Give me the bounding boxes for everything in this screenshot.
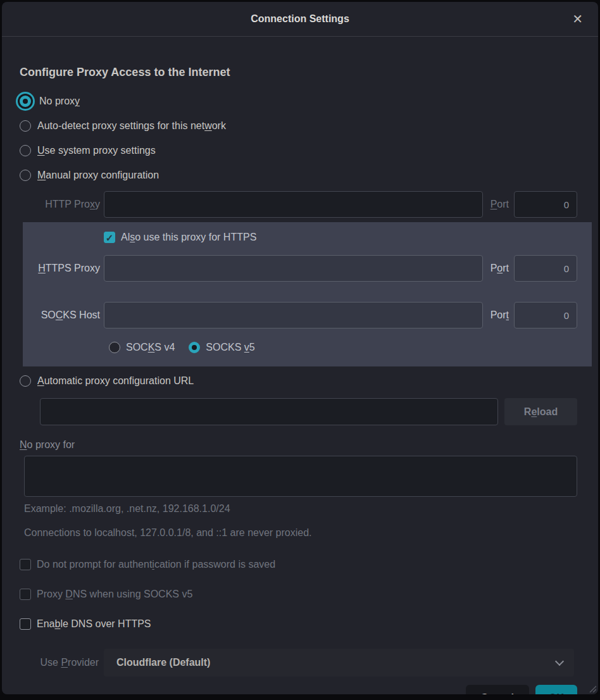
- checkbox-row-no-prompt-auth[interactable]: Do not prompt for authentication if pass…: [20, 555, 577, 574]
- radio-manual[interactable]: [20, 170, 31, 181]
- https-port-label: Port: [491, 263, 509, 274]
- radio-use-system[interactable]: [20, 145, 31, 156]
- check-icon: ✓: [106, 233, 114, 242]
- radio-auto-config[interactable]: [20, 375, 31, 387]
- proxy-dns-label: Proxy DNS when using SOCKS v5: [37, 589, 192, 600]
- radio-label-no-proxy: No proxy: [39, 96, 80, 107]
- socks-port-label: Port: [491, 309, 509, 321]
- no-proxy-for-textarea[interactable]: [24, 456, 577, 497]
- http-proxy-label: HTTP Proxy: [20, 199, 104, 210]
- dialog-footer: Cancel OK: [2, 677, 598, 694]
- radio-no-proxy[interactable]: [20, 96, 31, 107]
- radio-socks-v5[interactable]: [189, 342, 200, 353]
- resize-grip-icon[interactable]: [587, 684, 596, 692]
- http-port-label: Port: [491, 199, 509, 210]
- radio-row-auto-config[interactable]: Automatic proxy configuration URL: [20, 372, 577, 391]
- radio-row-use-system[interactable]: Use system proxy settings: [20, 141, 577, 160]
- http-proxy-input[interactable]: [104, 191, 483, 218]
- dialog-titlebar: Connection Settings ✕: [2, 2, 598, 37]
- provider-dropdown[interactable]: Cloudflare (Default): [104, 649, 574, 677]
- socks-port-input[interactable]: [514, 302, 577, 328]
- checkbox-row-dns-over-https[interactable]: Enable DNS over HTTPS: [20, 615, 577, 634]
- ok-button[interactable]: OK: [535, 685, 577, 694]
- dialog-content: Configure Proxy Access to the Internet N…: [2, 37, 598, 677]
- section-heading: Configure Proxy Access to the Internet: [20, 66, 577, 79]
- chevron-down-icon: [555, 656, 564, 665]
- no-prompt-auth-label: Do not prompt for authentication if pass…: [37, 559, 275, 570]
- radio-row-no-proxy[interactable]: No proxy: [20, 92, 577, 111]
- proxy-dns-checkbox[interactable]: [20, 589, 31, 600]
- radio-label-socks-v5: SOCKS v5: [206, 342, 254, 353]
- dns-over-https-label: Enable DNS over HTTPS: [37, 618, 151, 630]
- radio-socks-v4[interactable]: [109, 342, 120, 353]
- dns-over-https-checkbox[interactable]: [20, 618, 31, 630]
- socks-host-input[interactable]: [104, 302, 483, 328]
- provider-selected-option: Cloudflare (Default): [116, 657, 210, 668]
- no-proxy-example-text: Example: .mozilla.org, .net.nz, 192.168.…: [24, 503, 577, 515]
- socks-host-label: SOCKS Host: [23, 309, 104, 321]
- radio-label-use-system: Use system proxy settings: [37, 145, 156, 156]
- radio-label-socks-v4: SOCKS v4: [126, 342, 175, 353]
- auto-config-url-row: Reload: [40, 398, 577, 425]
- auto-config-url-input[interactable]: [40, 398, 498, 425]
- http-proxy-row: HTTP Proxy Port: [20, 191, 577, 218]
- also-https-checkbox[interactable]: ✓: [104, 232, 115, 243]
- radio-row-auto-detect[interactable]: Auto-detect proxy settings for this netw…: [20, 116, 577, 135]
- radio-row-socks-v4[interactable]: SOCKS v4: [109, 342, 175, 353]
- also-https-label: Also use this proxy for HTTPS: [121, 232, 256, 243]
- https-port-input[interactable]: [514, 255, 577, 282]
- dialog-title: Connection Settings: [251, 13, 349, 25]
- no-proxy-for-label: No proxy for: [20, 439, 577, 451]
- socks-host-row: SOCKS Host Port: [23, 302, 577, 328]
- https-proxy-row: HTTPS Proxy Port: [23, 255, 577, 282]
- also-https-checkbox-row[interactable]: ✓ Also use this proxy for HTTPS: [104, 228, 577, 247]
- radio-label-manual: Manual proxy configuration: [37, 170, 159, 181]
- provider-row: Use Provider Cloudflare (Default): [20, 649, 577, 677]
- use-provider-label: Use Provider: [20, 657, 104, 668]
- connection-settings-dialog: Connection Settings ✕ Configure Proxy Ac…: [2, 2, 598, 694]
- radio-auto-detect[interactable]: [20, 120, 31, 132]
- no-proxy-note-text: Connections to localhost, 127.0.0.1/8, a…: [24, 527, 577, 539]
- checkbox-row-proxy-dns[interactable]: Proxy DNS when using SOCKS v5: [20, 585, 577, 604]
- http-port-input[interactable]: [514, 191, 577, 218]
- radio-label-auto-config: Automatic proxy configuration URL: [37, 375, 194, 387]
- cancel-button[interactable]: Cancel: [466, 685, 529, 694]
- close-icon[interactable]: ✕: [568, 10, 587, 28]
- socks-version-row: SOCKS v4 SOCKS v5: [109, 339, 577, 356]
- reload-button[interactable]: Reload: [504, 398, 577, 425]
- radio-row-socks-v5[interactable]: SOCKS v5: [189, 342, 254, 353]
- https-socks-highlight-section: ✓ Also use this proxy for HTTPS HTTPS Pr…: [23, 222, 592, 366]
- no-prompt-auth-checkbox[interactable]: [20, 559, 31, 570]
- radio-row-manual[interactable]: Manual proxy configuration: [20, 166, 577, 185]
- https-proxy-input[interactable]: [104, 255, 483, 282]
- radio-label-auto-detect: Auto-detect proxy settings for this netw…: [37, 120, 226, 132]
- https-proxy-label: HTTPS Proxy: [23, 263, 104, 274]
